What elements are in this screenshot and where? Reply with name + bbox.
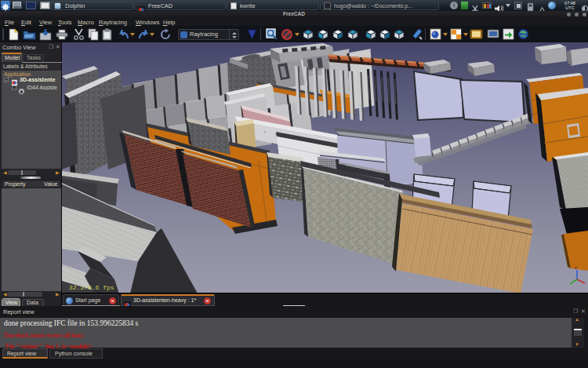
svg-text:z: z: [575, 265, 577, 270]
svg-text:32.2/9.6 fps: 32.2/9.6 fps: [69, 284, 114, 291]
